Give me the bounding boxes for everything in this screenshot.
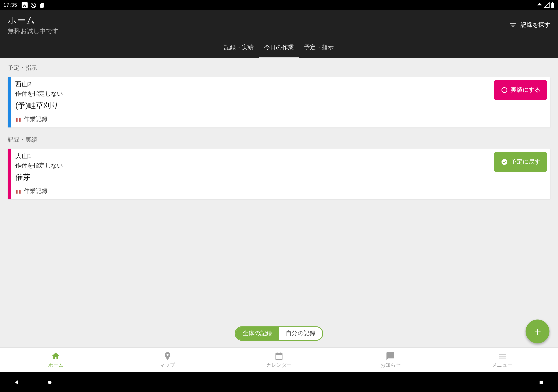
section-plans-label: 予定・指示	[0, 58, 558, 74]
tab-records[interactable]: 記録・実績	[219, 38, 259, 58]
back-button[interactable]	[13, 378, 20, 386]
tabs: 記録・実績 今日の作業 予定・指示	[0, 38, 558, 58]
recent-button[interactable]	[538, 378, 545, 386]
add-fab[interactable]: ＋	[525, 319, 549, 343]
revert-plan-label: 予定に戻す	[511, 158, 541, 166]
nav-map[interactable]: マップ	[112, 348, 223, 372]
nav-notify-label: お知らせ	[380, 361, 401, 368]
mark-done-label: 実績にする	[511, 86, 541, 94]
nav-home-label: ホーム	[48, 361, 63, 368]
record-card[interactable]: 大山1 作付を指定しない 催芽 ▮▮ 作業記録 予定に戻す	[8, 149, 550, 199]
filter-records-button[interactable]: 記録を探す	[508, 21, 550, 29]
card-tag-label: 作業記録	[24, 116, 48, 123]
circle-icon	[500, 86, 508, 94]
plan-card[interactable]: 西山2 作付を指定しない (予)畦草刈り ▮▮ 作業記録 実績にする	[8, 77, 550, 128]
svg-rect-6	[540, 381, 543, 384]
content-area: 予定・指示 西山2 作付を指定しない (予)畦草刈り ▮▮ 作業記録 実績にする…	[0, 58, 558, 348]
book-icon: ▮▮	[15, 117, 21, 122]
svg-point-3	[502, 87, 507, 93]
sd-card-icon	[39, 2, 44, 8]
toggle-mine[interactable]: 自分の記録	[279, 327, 322, 340]
card-task: 催芽	[15, 172, 490, 182]
home-icon	[51, 351, 61, 361]
svg-rect-2	[552, 2, 553, 3]
tab-today[interactable]: 今日の作業	[259, 38, 299, 58]
card-task: (予)畦草刈り	[15, 100, 490, 111]
calendar-icon	[274, 351, 284, 361]
revert-plan-button[interactable]: 予定に戻す	[494, 152, 547, 172]
book-icon: ▮▮	[15, 188, 21, 194]
card-location: 大山1	[15, 152, 490, 160]
page-subtitle: 無料お試し中です	[8, 27, 59, 35]
plus-icon: ＋	[532, 324, 543, 339]
tab-plans[interactable]: 予定・指示	[299, 38, 339, 58]
nav-home[interactable]: ホーム	[0, 348, 112, 372]
card-crop: 作付を指定しない	[15, 90, 490, 98]
menu-icon	[497, 351, 507, 361]
mark-done-button[interactable]: 実績にする	[494, 80, 547, 100]
check-circle-icon	[500, 158, 508, 166]
circle-home-icon	[47, 379, 53, 385]
page-title: ホーム	[8, 14, 59, 26]
card-crop: 作付を指定しない	[15, 162, 490, 170]
filter-label: 記録を探す	[521, 21, 550, 29]
nav-calendar-label: カレンダー	[266, 361, 292, 368]
bottom-nav: ホーム マップ カレンダー お知らせ メニュー	[0, 348, 558, 372]
home-button[interactable]	[46, 378, 54, 386]
nav-calendar[interactable]: カレンダー	[223, 348, 335, 372]
nav-map-label: マップ	[160, 361, 175, 368]
nav-menu-label: メニュー	[492, 361, 513, 368]
svg-point-4	[502, 159, 507, 165]
nav-menu[interactable]: メニュー	[446, 348, 558, 372]
pin-icon	[163, 351, 172, 361]
square-recent-icon	[538, 379, 544, 385]
svg-rect-1	[551, 3, 554, 8]
battery-icon	[551, 2, 555, 8]
card-tag-label: 作業記録	[24, 187, 48, 195]
wifi-icon	[536, 2, 543, 8]
signal-icon	[544, 2, 550, 8]
triangle-back-icon	[13, 379, 20, 386]
nav-notify[interactable]: お知らせ	[335, 348, 446, 372]
filter-icon	[508, 21, 517, 29]
section-records-label: 記録・実績	[0, 130, 558, 146]
card-accent	[8, 77, 11, 128]
svg-point-5	[48, 381, 52, 384]
app-header: ホーム 無料お試し中です 記録を探す 記録・実績 今日の作業 予定・指示	[0, 10, 558, 58]
status-app-icon: A	[22, 2, 27, 8]
toggle-all[interactable]: 全体の記録	[236, 327, 279, 340]
record-scope-toggle: 全体の記録 自分の記録	[235, 326, 323, 341]
status-time: 17:35	[3, 2, 17, 8]
card-location: 西山2	[15, 80, 490, 88]
status-bar: 17:35 A	[0, 0, 558, 10]
system-nav	[0, 372, 558, 392]
card-accent	[8, 149, 11, 199]
chat-icon	[386, 351, 395, 361]
do-not-disturb-icon	[30, 2, 36, 8]
